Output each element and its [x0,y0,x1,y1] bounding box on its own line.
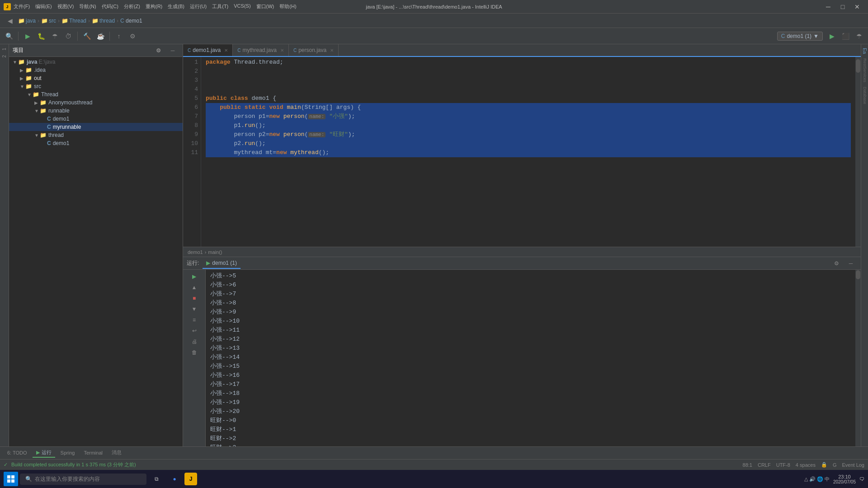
database-button[interactable]: Database [862,85,868,106]
run-output[interactable]: 小强-->5 小强-->6 小强-->7 小强-->8 小强-->9 小强-->… [206,270,855,446]
run-settings-button[interactable]: ⚙ [830,257,843,270]
menu-refactor[interactable]: 重构(R) [146,3,162,10]
menu-navigate[interactable]: 导航(N) [79,3,96,10]
tab-mythread[interactable]: C mythread.java ✕ [233,44,289,56]
code-editor[interactable]: 1 2 3 4 5 6 7 8 9 10 11 package Thread.t… [183,57,861,247]
profile-button[interactable]: ⏱ [62,30,75,42]
stop-button[interactable]: ■ [189,293,199,303]
menu-window[interactable]: 窗口(W) [256,3,274,10]
project-settings-button[interactable]: ⚙ [152,44,165,57]
run-tab-demo1[interactable]: ▶ demo1 (1) [203,258,241,269]
breadcrumb-src[interactable]: 📁 src [41,18,56,24]
tab-messages[interactable]: 消息 [108,448,125,458]
status-right: 88:1 CRLF UTF-8 4 spaces 🔒 G Event Log [743,462,864,468]
soft-wrap-button[interactable]: ↩ [189,326,199,336]
breadcrumb-java[interactable]: 📁 java [18,18,36,24]
tree-runnable-demo1[interactable]: C demo1 [9,115,183,123]
run-button[interactable]: ▶ [21,30,34,42]
svg-rect-1 [11,475,14,479]
indent-setting[interactable]: 4 spaces [796,462,816,468]
tab-demo1-label: demo1.java [193,47,221,53]
rest-services-button[interactable]: RestServices [862,56,868,84]
tree-thread-folder[interactable]: ▼ 📁 thread [9,131,183,139]
encoding[interactable]: UTF-8 [776,462,790,468]
debug-button[interactable]: 🐛 [35,30,47,42]
code-content[interactable]: package Thread.thread; public class demo… [201,57,855,247]
run-config-selector[interactable]: C demo1 (1) ▼ [777,32,823,41]
tab-demo1[interactable]: C demo1.java ✕ [183,44,233,57]
scroll-down-button[interactable]: ▼ [189,304,199,314]
menu-file[interactable]: 文件(F) [14,3,30,10]
scroll-up-button[interactable]: ▲ [189,282,199,292]
tab-mythread-close[interactable]: ✕ [280,48,284,53]
project-collapse-button[interactable]: ─ [166,44,179,57]
menu-help[interactable]: 帮助(H) [279,3,296,10]
editor-scrollbar[interactable] [855,57,861,247]
menu-code[interactable]: 代码(C) [102,3,118,10]
cursor-position[interactable]: 88:1 [743,462,752,468]
tab-terminal[interactable]: Terminal [80,449,106,457]
tab-run[interactable]: ▶ 运行 [33,448,55,458]
tab-person-close[interactable]: ✕ [330,48,334,53]
output-line: 小强-->11 [210,326,851,335]
menu-analyze[interactable]: 分析(Z) [124,3,140,10]
menu-build[interactable]: 生成(B) [168,3,184,10]
search-everywhere-button[interactable]: 🔍 [3,30,15,42]
restart-button[interactable]: ▶ [189,272,199,282]
clear-console-button[interactable]: 🗑 [189,347,199,357]
tab-spring[interactable]: Spring [57,449,79,457]
tree-runnable[interactable]: ▼ 📁 runnable [9,107,183,115]
sdk-button[interactable]: ☕ [94,30,107,42]
run-scrollbar[interactable] [855,270,861,446]
menu-tools[interactable]: 工具(T) [212,3,228,10]
event-log[interactable]: Event Log [842,462,864,468]
myrunnable-arrow [42,125,47,130]
taskbar-search[interactable]: 🔍 在这里输入你要搜索的内容 [20,474,146,485]
notification-button[interactable]: 🗨 [859,476,864,482]
build-button[interactable]: 🔨 [80,30,93,42]
print-button[interactable]: 🖨 [189,337,199,347]
settings-button[interactable]: ⚙ [126,30,139,42]
task-view-button[interactable]: ⧉ [148,471,165,487]
tree-Thread[interactable]: ▼ 📁 Thread [9,90,183,99]
intellij-app[interactable]: J [184,473,197,485]
run-btn-green[interactable]: ▶ [826,30,838,42]
close-button[interactable]: ✕ [850,0,864,14]
debug-btn[interactable]: ⬛ [839,30,852,42]
menu-run[interactable]: 运行(U) [190,3,207,10]
tree-thread-demo1[interactable]: C demo1 [9,139,183,147]
run-panel-toolbar: ▶ ▲ ■ ▼ ≡ ↩ 🖨 🗑 [183,270,206,446]
tab-todo[interactable]: 6: TODO [4,449,31,457]
build-status-message[interactable]: Build completed successfully in 1 s 375 … [11,461,136,468]
minimize-button[interactable]: ─ [821,0,835,14]
dump-threads-button[interactable]: ≡ [189,315,199,325]
tree-root[interactable]: ▼ 📁 java E:\java [9,58,183,66]
tree-src[interactable]: ▼ 📁 src [9,82,183,90]
project-rail-btn[interactable]: 1 [1,46,8,52]
menu-view[interactable]: 视图(V) [57,3,74,10]
out-folder-icon: 📁 [25,75,32,81]
breadcrumb-thread2[interactable]: 📁 thread [92,18,115,24]
git-icon[interactable]: G [833,462,837,468]
breadcrumb-thread[interactable]: 📁 Thread [61,18,86,24]
ea-button[interactable]: Ea [862,46,868,56]
menu-vcs[interactable]: VCS(S) [234,3,250,10]
maximize-button[interactable]: □ [835,0,850,14]
back-button[interactable]: ◀ [4,14,16,27]
run-panel-close-button[interactable]: ─ [844,257,857,270]
line-separator[interactable]: CRLF [758,462,771,468]
tree-myrunnable[interactable]: C myrunnable [9,123,183,131]
start-button[interactable] [4,472,18,486]
vcs-button[interactable]: ↑ [113,30,125,42]
coverage-button[interactable]: ☂ [48,30,61,42]
tree-out[interactable]: ▶ 📁 out [9,74,183,82]
run-with-coverage-btn[interactable]: ☂ [853,30,865,42]
tree-idea[interactable]: ▶ 📁 .idea [9,66,183,74]
tree-Anonymousthread[interactable]: ▶ 📁 Anonymousthread [9,99,183,107]
tab-demo1-close[interactable]: ✕ [224,48,228,53]
code-line-3 [206,76,851,85]
tab-person[interactable]: C person.java ✕ [289,44,339,56]
favorites-rail-btn[interactable]: 2 [1,53,8,60]
chrome-app[interactable]: ● [166,471,183,487]
menu-edit[interactable]: 编辑(E) [35,3,52,10]
